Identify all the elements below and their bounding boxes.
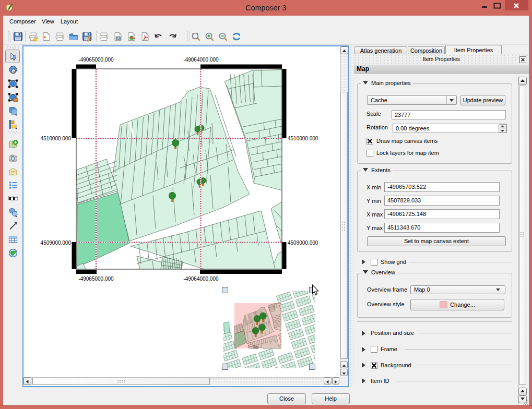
svg-text:4510000.000: 4510000.000 (41, 136, 72, 141)
svg-text:-49065000.000: -49065000.000 (78, 276, 114, 282)
svg-text:4509000.000: 4509000.000 (41, 240, 72, 246)
svg-text:-49064000.000: -49064000.000 (183, 57, 219, 63)
svg-text:4509000.000: 4509000.000 (288, 240, 318, 246)
svg-text:-49064000.000: -49064000.000 (183, 276, 219, 282)
svg-text:4510000.000: 4510000.000 (288, 136, 318, 141)
svg-text:-49065000.000: -49065000.000 (78, 57, 114, 63)
